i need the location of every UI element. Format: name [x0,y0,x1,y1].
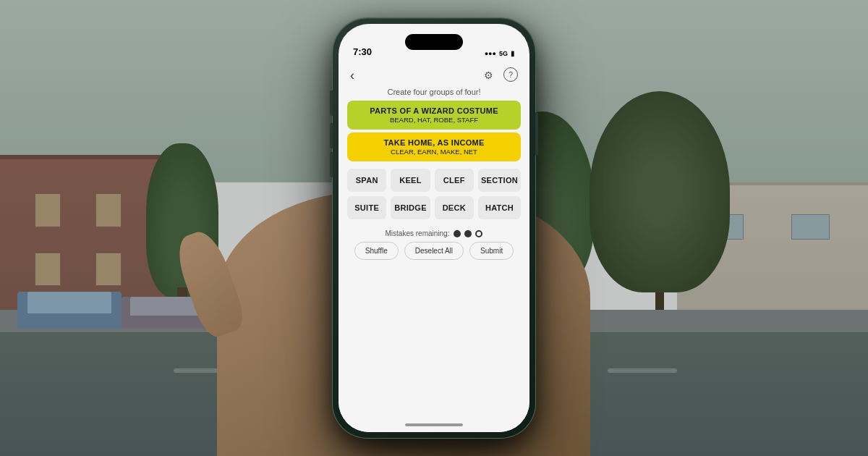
tile-bridge[interactable]: BRIDGE [391,196,430,219]
category-green: PARTS OF A WIZARD COSTUME BEARD, HAT, RO… [347,101,521,130]
help-icon[interactable]: ? [503,67,518,82]
category-yellow: TAKE HOME, AS INCOME CLEAR, EARN, MAKE, … [347,132,521,161]
nav-icons: ⚙ ? [480,67,518,83]
category-yellow-words: CLEAR, EARN, MAKE, NET [356,148,512,156]
home-indicator [405,423,463,426]
battery-icon: ▮ [511,49,515,57]
mistake-dots [454,230,482,237]
tile-span[interactable]: SPAN [347,169,386,192]
word-grid: SPAN KEEL CLEF SECTION SUITE BRIDGE DECK… [347,169,521,219]
phone-outer: 7:30 ●●● 5G ▮ ‹ ⚙ ? Create f [333,18,535,438]
tile-clef[interactable]: CLEF [435,169,474,192]
deselect-all-button[interactable]: Deselect All [404,242,464,260]
tile-keel[interactable]: KEEL [391,169,430,192]
phone-wrapper: 7:30 ●●● 5G ▮ ‹ ⚙ ? Create f [333,18,535,438]
tile-hatch[interactable]: HATCH [478,196,521,219]
action-buttons: Shuffle Deselect All Submit [347,242,521,260]
category-yellow-title: TAKE HOME, AS INCOME [356,138,512,147]
tile-deck[interactable]: DECK [435,196,474,219]
category-green-title: PARTS OF A WIZARD COSTUME [356,106,512,115]
status-icons: ●●● 5G ▮ [485,49,515,57]
dot-2 [464,230,472,237]
back-button[interactable]: ‹ [350,68,354,83]
signal-icon: ●●● [485,50,496,57]
submit-button[interactable]: Submit [469,242,514,260]
shuffle-button[interactable]: Shuffle [354,242,399,260]
dot-1 [454,230,461,237]
app-content: ‹ ⚙ ? Create four groups of four! PARTS … [339,62,529,432]
dot-3 [475,230,482,237]
phone-screen: 7:30 ●●● 5G ▮ ‹ ⚙ ? Create f [339,24,529,432]
game-instruction: Create four groups of four! [339,86,529,101]
mistakes-row: Mistakes remaining: [339,229,529,237]
tile-suite[interactable]: SUITE [347,196,386,219]
mistakes-label: Mistakes remaining: [386,229,450,237]
tile-section[interactable]: SECTION [478,169,521,192]
category-green-words: BEARD, HAT, ROBE, STAFF [356,116,512,124]
nav-bar: ‹ ⚙ ? [339,62,529,86]
dynamic-island [405,34,463,50]
settings-icon[interactable]: ⚙ [480,67,496,83]
status-time: 7:30 [353,46,372,57]
network-label: 5G [499,50,508,57]
